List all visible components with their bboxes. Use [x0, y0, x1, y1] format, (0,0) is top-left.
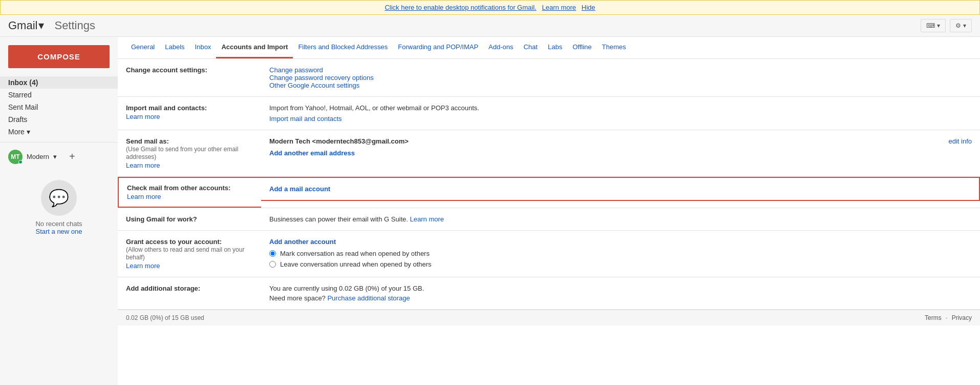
sent-label: Sent Mail: [8, 103, 38, 111]
change-account-label: Change account settings:: [126, 66, 207, 74]
tab-general[interactable]: General: [126, 37, 160, 58]
avatar: MT: [8, 150, 23, 164]
send-mail-label: Send mail as:: [126, 137, 169, 145]
no-chats-label: No recent chats: [35, 220, 82, 228]
radio-group: Mark conversation as read when opened by…: [269, 250, 972, 268]
sidebar-item-inbox[interactable]: Inbox (4): [0, 76, 118, 89]
radio-mark-read-input[interactable]: [269, 250, 276, 257]
row-grant-access: Grant access to your account: (Allow oth…: [118, 231, 980, 277]
tab-themes[interactable]: Themes: [597, 37, 631, 58]
sidebar-divider: [0, 142, 118, 143]
keyboard-icon: ⌨: [926, 22, 935, 29]
account-section[interactable]: MT Modern ▾: [8, 150, 57, 164]
grant-access-label: Grant access to your account:: [126, 238, 222, 246]
chat-bubble-icon: 💬: [49, 188, 69, 208]
enable-notifications-link[interactable]: Click here to enable desktop notificatio…: [385, 4, 536, 11]
footer-links: Terms - Privacy: [925, 314, 972, 321]
account-name: Modern: [27, 153, 49, 160]
inbox-label: Inbox (4): [8, 78, 38, 87]
add-another-account-link[interactable]: Add another account: [269, 238, 336, 246]
add-email-address-link[interactable]: Add another email address: [269, 149, 355, 157]
radio-leave-unread-input[interactable]: [269, 261, 276, 268]
edit-info-link[interactable]: edit info: [948, 137, 972, 145]
sidebar-item-starred[interactable]: Starred: [0, 89, 118, 101]
gear-icon: ⚙: [955, 22, 961, 29]
settings-dropdown-icon: ▾: [963, 22, 966, 29]
radio-leave-unread[interactable]: Leave conversation unread when opened by…: [269, 260, 972, 268]
gmail-text: Gmail: [8, 19, 37, 32]
row-change-account: Change account settings: Change password…: [118, 59, 980, 97]
header-left: Gmail ▾ Settings: [8, 19, 95, 32]
tab-chat[interactable]: Chat: [518, 37, 542, 58]
grant-access-sub-label: (Allow others to read and send mail on y…: [126, 246, 244, 261]
send-mail-learn-more-link[interactable]: Learn more: [126, 161, 253, 169]
sidebar-item-more[interactable]: More ▾: [0, 126, 118, 138]
gmail-dropdown-arrow[interactable]: ▾: [38, 19, 44, 32]
terms-link[interactable]: Terms: [925, 314, 942, 321]
radio-mark-read[interactable]: Mark conversation as read when opened by…: [269, 250, 972, 257]
tab-labs[interactable]: Labs: [543, 37, 567, 58]
row-send-mail: Send mail as: (Use Gmail to send from yo…: [118, 130, 980, 177]
sidebar-item-sent[interactable]: Sent Mail: [0, 101, 118, 113]
row-using-gmail: Using Gmail for work? Businesses can pow…: [118, 208, 980, 231]
storage-description: You are currently using 0.02 GB (0%) of …: [269, 285, 972, 292]
keyboard-dropdown-icon: ▾: [937, 22, 940, 29]
settings-table: Change account settings: Change password…: [118, 59, 980, 310]
change-password-recovery-link[interactable]: Change password recovery options: [269, 74, 374, 82]
add-mail-account-link[interactable]: Add a mail account: [269, 185, 330, 193]
starred-label: Starred: [8, 91, 32, 99]
tab-forwarding[interactable]: Forwarding and POP/IMAP: [393, 37, 483, 58]
change-password-link[interactable]: Change password: [269, 66, 323, 74]
drafts-label: Drafts: [8, 115, 27, 124]
using-gmail-label: Using Gmail for work?: [126, 215, 197, 223]
google-account-settings-link[interactable]: Other Google Account settings: [269, 82, 359, 89]
check-mail-learn-more-link[interactable]: Learn more: [127, 193, 253, 200]
tab-accounts-import[interactable]: Accounts and Import: [216, 37, 293, 58]
sidebar-nav: Inbox (4) Starred Sent Mail Drafts More …: [0, 76, 118, 138]
online-indicator: [18, 160, 23, 164]
import-mail-contacts-link[interactable]: Import mail and contacts: [269, 115, 342, 123]
account-dropdown-icon[interactable]: ▾: [53, 153, 57, 160]
purchase-storage-link[interactable]: Purchase additional storage: [327, 294, 410, 302]
more-dropdown-icon: ▾: [27, 128, 30, 136]
notification-bar: Click here to enable desktop notificatio…: [0, 0, 980, 15]
grant-access-learn-more-link[interactable]: Learn more: [126, 262, 253, 270]
import-learn-more-link[interactable]: Learn more: [126, 113, 253, 120]
import-mail-label: Import mail and contacts:: [126, 104, 207, 112]
row-check-mail: Check mail from other accounts: Learn mo…: [118, 177, 980, 208]
chat-area: 💬 No recent chats Start a new one: [0, 172, 118, 244]
footer: 0.02 GB (0%) of 15 GB used Terms - Priva…: [118, 310, 980, 326]
sidebar-item-drafts[interactable]: Drafts: [0, 113, 118, 126]
hide-notifications-link[interactable]: Hide: [582, 4, 595, 11]
row-import-mail: Import mail and contacts: Learn more Imp…: [118, 97, 980, 130]
tab-addons[interactable]: Add-ons: [483, 37, 518, 58]
add-storage-label: Add additional storage:: [126, 285, 200, 292]
sidebar: COMPOSE Inbox (4) Starred Sent Mail Draf…: [0, 37, 118, 385]
tab-labels[interactable]: Labels: [160, 37, 189, 58]
send-mail-current-value: Modern Tech <moderntech853@gmail.com>: [269, 137, 409, 145]
footer-separator: -: [946, 314, 948, 321]
compose-button[interactable]: COMPOSE: [8, 45, 110, 68]
gmail-logo[interactable]: Gmail ▾: [8, 19, 44, 32]
tab-filters[interactable]: Filters and Blocked Addresses: [293, 37, 393, 58]
storage-footer: 0.02 GB (0%) of 15 GB used: [126, 314, 204, 321]
check-mail-label: Check mail from other accounts:: [127, 184, 230, 192]
header: Gmail ▾ Settings ⌨ ▾ ⚙ ▾: [0, 15, 980, 37]
page-title: Settings: [54, 19, 95, 32]
main-content: General Labels Inbox Accounts and Import…: [118, 37, 980, 385]
add-account-button[interactable]: +: [61, 149, 83, 165]
settings-button[interactable]: ⚙ ▾: [950, 19, 972, 32]
chat-placeholder-icon: 💬: [41, 180, 77, 216]
privacy-link[interactable]: Privacy: [952, 314, 972, 321]
tab-offline[interactable]: Offline: [567, 37, 596, 58]
gsuite-learn-more-link[interactable]: Learn more: [410, 215, 444, 223]
avatar-initials: MT: [11, 153, 19, 160]
row-add-storage: Add additional storage: You are currentl…: [118, 277, 980, 310]
gsuite-description: Businesses can power their email with G …: [269, 215, 410, 223]
keyboard-button[interactable]: ⌨ ▾: [921, 19, 946, 32]
tab-inbox[interactable]: Inbox: [190, 37, 217, 58]
start-new-link[interactable]: Start a new one: [35, 228, 82, 235]
learn-more-notifications-link[interactable]: Learn more: [542, 4, 576, 11]
more-label: More: [8, 128, 25, 136]
header-actions: ⌨ ▾ ⚙ ▾: [921, 19, 972, 32]
